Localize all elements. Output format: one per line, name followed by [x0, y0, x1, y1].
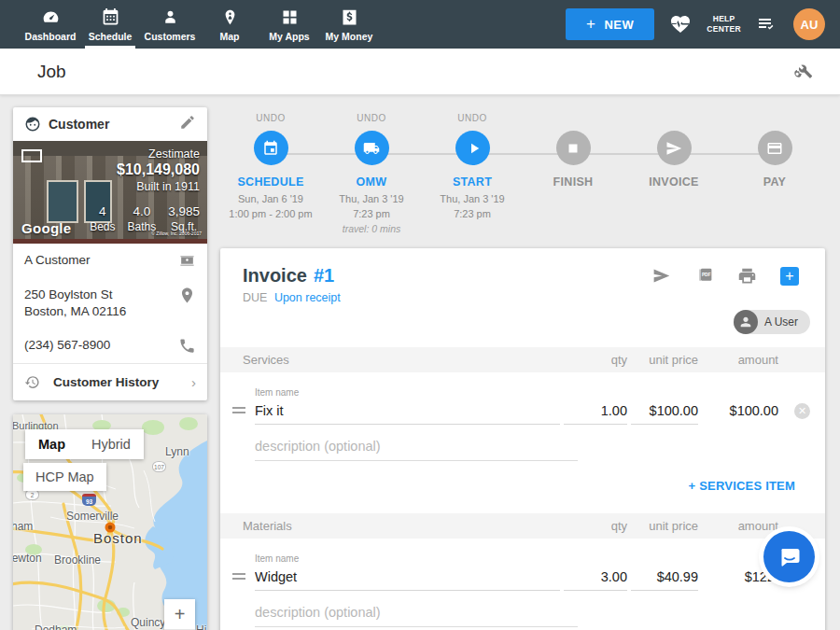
add-services-item-link[interactable]: + SERVICES ITEM	[689, 479, 795, 493]
service-description-input[interactable]	[255, 439, 578, 461]
customer-history-row[interactable]: Customer History ›	[13, 363, 207, 400]
step-time: 7:23 pm	[339, 207, 403, 222]
history-icon	[24, 374, 40, 390]
map-type-hybrid-button[interactable]: Hybrid	[78, 429, 144, 459]
map-town-label: Somerville	[66, 510, 119, 523]
invoice-number-link[interactable]: #1	[314, 265, 334, 287]
assigned-user-name: A User	[764, 315, 798, 329]
nav-item-map[interactable]: Map	[200, 0, 259, 49]
remove-item-button[interactable]: ✕	[794, 403, 810, 419]
step-label: PAY	[763, 175, 787, 189]
service-amount: $100.00	[698, 403, 778, 425]
undo-omw-link[interactable]: UNDO	[357, 113, 385, 125]
zestimate-block: Zestimate $10,149,080 Built in 1911	[117, 147, 200, 193]
material-description-input[interactable]	[255, 605, 578, 627]
location-pin-icon[interactable]	[178, 287, 196, 304]
new-button[interactable]: + NEW	[566, 8, 654, 40]
pay-step-button[interactable]	[758, 131, 792, 165]
service-unit-price-input[interactable]	[631, 403, 698, 425]
start-step-button[interactable]	[455, 131, 490, 165]
customer-face-icon	[24, 116, 41, 133]
nav-item-schedule[interactable]: Schedule	[80, 0, 140, 49]
nav-item-my-money[interactable]: My Money	[319, 0, 379, 49]
page-header: Job	[0, 49, 840, 95]
job-workflow-timeline: UNDO SCHEDULE Sun, Jan 6 '19 1:00 pm - 2…	[220, 107, 825, 245]
service-name-input[interactable]	[255, 403, 560, 425]
material-qty-input[interactable]	[564, 569, 627, 591]
map-zoom-in-button[interactable]: +	[164, 599, 195, 629]
nav-right: + NEW HELP CENTER AU	[566, 0, 840, 49]
tasks-button[interactable]	[756, 13, 778, 35]
amount-column-header: amount	[698, 353, 778, 367]
undo-start-link[interactable]: UNDO	[457, 113, 486, 125]
nav-label: Customers	[145, 31, 196, 42]
property-photo: Zestimate $10,149,080 Built in 1911 4Bed…	[13, 141, 207, 244]
phone-icon[interactable]	[178, 337, 196, 355]
built-year: Built in 1911	[117, 180, 200, 193]
drag-handle[interactable]	[232, 404, 255, 425]
invoice-actions: PDF +	[651, 266, 810, 286]
material-name-input[interactable]	[255, 569, 560, 591]
qty-column-header: qty	[560, 519, 627, 533]
add-invoice-button[interactable]: +	[780, 267, 799, 286]
invoice-card: Invoice #1 PDF + DUE Upon receipt	[220, 248, 825, 630]
customer-card-title: Customer	[49, 117, 172, 132]
nav-item-customers[interactable]: Customers	[140, 0, 200, 49]
service-item-row: Item name $100.00 ✕	[220, 372, 825, 425]
schedule-icon	[101, 7, 120, 27]
nav-item-dashboard[interactable]: Dashboard	[21, 0, 80, 49]
timeline-step-start: UNDO START Thu, Jan 3 '19 7:23 pm	[422, 113, 523, 236]
step-label: FINISH	[553, 175, 594, 189]
omw-step-button[interactable]	[355, 131, 389, 165]
step-time: 1:00 pm - 2:00 pm	[229, 207, 312, 222]
svg-text:PDF: PDF	[702, 273, 711, 277]
section-name: Materials	[243, 519, 560, 533]
left-sidebar: Customer Zestimate $10,149,080 Built in …	[13, 107, 207, 630]
step-label[interactable]: SCHEDULE	[237, 175, 303, 189]
print-icon[interactable]	[737, 266, 757, 286]
pdf-icon[interactable]: PDF	[694, 266, 714, 286]
amount-column-header: amount	[698, 519, 778, 533]
street-view-toggle-icon[interactable]	[21, 149, 42, 162]
service-qty-input[interactable]	[564, 403, 627, 425]
due-value-link[interactable]: Upon receipt	[274, 291, 341, 304]
chat-messenger-button[interactable]	[763, 531, 815, 582]
edit-customer-button[interactable]	[179, 114, 196, 134]
schedule-step-button[interactable]	[254, 131, 288, 165]
finish-step-button[interactable]	[556, 131, 591, 165]
job-settings-button[interactable]	[793, 60, 814, 84]
service-description-row	[220, 425, 825, 461]
health-heart-button[interactable]	[669, 13, 692, 35]
undo-schedule-link[interactable]: UNDO	[256, 113, 285, 125]
step-date: Thu, Jan 3 '19	[339, 192, 403, 207]
customer-card: Customer Zestimate $10,149,080 Built in …	[13, 107, 207, 400]
nav-label: My Apps	[269, 31, 309, 42]
drag-handle[interactable]	[232, 570, 255, 591]
nav-item-my-apps[interactable]: My Apps	[259, 0, 319, 49]
nav-items: Dashboard Schedule Customers Map My Apps…	[21, 0, 379, 49]
step-time: 7:23 pm	[440, 207, 504, 222]
map-town-label: Newton	[13, 552, 42, 565]
material-unit-price-input[interactable]	[631, 569, 698, 591]
step-label: INVOICE	[649, 175, 699, 189]
heart-pulse-icon	[669, 13, 692, 35]
material-item-row: Item name $122.	[220, 539, 825, 591]
zillow-copyright: © Zillow, Inc. 2006-2017	[151, 231, 202, 236]
help-center-link[interactable]: HELP CENTER	[707, 14, 741, 34]
nav-label: Schedule	[89, 31, 133, 42]
map-widget: Burlington Lynn Somerville ham Boston Br…	[13, 414, 207, 630]
interstate-shield: 93	[82, 494, 96, 506]
send-invoice-icon[interactable]	[651, 266, 671, 286]
truck-icon	[363, 140, 380, 157]
user-avatar[interactable]: AU	[793, 8, 825, 40]
invoice-step-button[interactable]	[657, 131, 692, 165]
map-type-map-button[interactable]: Map	[25, 429, 78, 459]
help-line2: CENTER	[707, 24, 741, 35]
help-line1: HELP	[707, 14, 741, 24]
assigned-user-pill[interactable]: A User	[734, 310, 810, 334]
step-label[interactable]: START	[453, 175, 492, 189]
step-label[interactable]: OMW	[357, 175, 387, 189]
hcp-map-button[interactable]: HCP Map	[23, 463, 106, 491]
map-town-label: Brookline	[54, 553, 101, 567]
contact-card-icon[interactable]	[178, 252, 196, 270]
